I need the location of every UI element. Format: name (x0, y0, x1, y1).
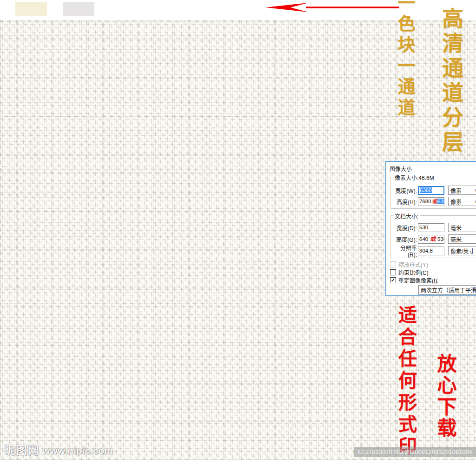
site-name-logo: 昵图网 (5, 441, 40, 457)
or-annotation: 或 (431, 199, 438, 204)
color-swatch-gray (63, 2, 94, 16)
pixel-size-legend: 像素大小:46.6M (393, 173, 436, 181)
doc-height-input[interactable]: 640 或 530 (418, 235, 444, 244)
checkbox-unchecked-icon[interactable] (390, 269, 396, 275)
image-id-bar: ID:27813070 NO:20200912093201091084 (354, 447, 476, 457)
constrain-proportions-checkbox-row: 约束比例(C) (390, 269, 429, 275)
image-size-dialog: 图像大小 像素大小:46.6M 宽度(W): 6360 像素 ∨ 高度(H): … (385, 161, 476, 296)
resolution-input[interactable]: 304.8 (418, 247, 444, 255)
or-annotation: 或 (430, 236, 436, 242)
caption-hd-channel-layers: 高清通道分层 (440, 7, 461, 155)
resolution-unit-value: 像素/英寸 (450, 247, 474, 255)
pixel-height-new-value: 6360 (437, 199, 444, 204)
resample-method-select[interactable]: 两次立方（适用于平滑渐变 (418, 285, 476, 295)
resolution-unit-select[interactable]: 像素/英寸 (448, 246, 476, 255)
constrain-proportions-label: 约束比例(C) (398, 268, 429, 276)
pixel-height-unit-value: 像素 (450, 198, 462, 206)
caption-one-block-one-channel: 一色块一通道 (396, 0, 414, 119)
pixel-height-row: 高度(H): 7680或6360 像素 ∨ (386, 197, 476, 206)
pixel-width-unit-value: 像素 (450, 187, 462, 194)
caption-suits-any-print-form: 适合任何形式印 (397, 305, 415, 458)
doc-width-row: 宽度(D): 530 毫米 (386, 223, 476, 232)
doc-height-row: 高度(G): 640 或 530 毫米 (386, 234, 476, 244)
resolution-row: 分辨率(R): 304.8 像素/英寸 (386, 246, 476, 255)
doc-height-label: 高度(G): (392, 235, 417, 243)
pixel-height-label: 高度(H): (392, 198, 417, 206)
pixel-width-unit-select[interactable]: 像素 ∨ (448, 186, 476, 195)
resample-image-label: 重定图像像素(I): (398, 276, 439, 284)
pixel-width-row: 宽度(W): 6360 像素 ∨ (386, 186, 476, 195)
scale-styles-label: 缩放样式(Y) (398, 260, 428, 268)
pixel-height-unit-select[interactable]: 像素 ∨ (448, 197, 476, 206)
caption-download-with-confidence: 放心下载 (435, 353, 455, 439)
resample-image-checkbox-row: ✓ 重定图像像素(I): (390, 277, 439, 283)
site-watermark: 昵图网 www.nipic.com (5, 441, 113, 457)
pixel-width-input[interactable]: 6360 (418, 186, 444, 195)
doc-height-new-value: 530 (436, 236, 444, 242)
checkbox-checked-icon[interactable]: ✓ (390, 277, 396, 283)
doc-width-unit-select[interactable]: 毫米 (448, 223, 476, 232)
doc-height-unit-value: 毫米 (450, 235, 462, 243)
doc-height-old-value: 640 (419, 236, 430, 242)
resample-method-value: 两次立方（适用于平滑渐变 (421, 286, 476, 294)
red-arrow-annotation (262, 2, 401, 13)
checkbox-unchecked-icon[interactable] (390, 261, 396, 267)
dialog-title: 图像大小 (390, 165, 412, 173)
chevron-down-icon: ∨ (474, 199, 476, 204)
pixel-width-label: 宽度(W): (392, 187, 417, 194)
left-arrow-icon (262, 2, 401, 13)
doc-width-input[interactable]: 530 (418, 223, 444, 232)
doc-width-label: 宽度(D): (392, 224, 417, 232)
doc-height-unit-select[interactable]: 毫米 (448, 234, 476, 244)
scale-styles-checkbox-row: 缩放样式(Y) (390, 261, 428, 267)
chevron-down-icon: ∨ (474, 188, 476, 193)
pixel-height-input[interactable]: 7680或6360 (418, 197, 444, 206)
doc-width-unit-value: 毫米 (450, 224, 462, 232)
color-swatch-cream (15, 2, 47, 16)
resolution-label: 分辨率(R): (392, 244, 417, 258)
pixel-width-value: 6360 (420, 187, 432, 193)
document-size-legend: 文档大小: (393, 212, 420, 220)
pixel-height-old-value: 7680 (419, 199, 431, 204)
site-url: www.nipic.com (42, 445, 113, 456)
